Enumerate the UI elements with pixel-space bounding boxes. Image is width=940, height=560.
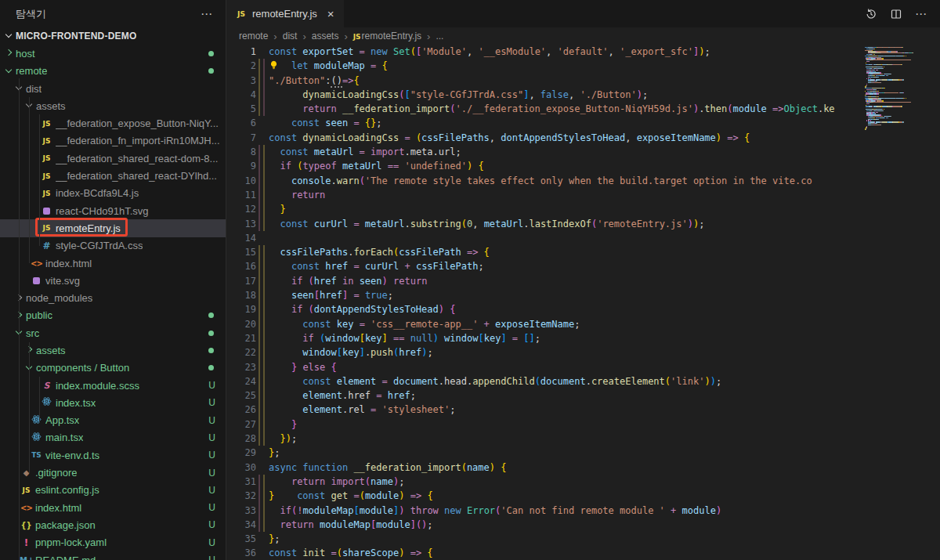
code-line[interactable]: 24 const element = document.head.appendC… [226,374,862,388]
tree-item[interactable]: App.tsxU [0,412,226,429]
line-number: 18 [226,288,256,302]
code-line[interactable]: 17 if (href in seen) return [226,274,862,288]
tree-item[interactable]: JS__federation_shared_react-DYlhd... [0,167,226,184]
code-line[interactable]: 27 } [226,417,862,432]
tree-item[interactable]: dist [0,80,226,97]
file-label: components / Button [36,362,129,374]
breadcrumb-separator: › [302,31,306,42]
code-line[interactable]: 16 const href = curUrl + cssFilePath; [226,259,862,273]
tree-item[interactable]: main.tsxU [0,429,226,446]
line-number: 7 [226,131,256,145]
react-icon [31,414,42,425]
tree-item[interactable]: JS__federation_expose_Button-NiqY... [0,114,226,132]
code-line[interactable]: 11 return [226,188,862,202]
tree-item[interactable]: components / Button [0,359,226,377]
code-line[interactable]: 36const init =(shareScope) => { [226,546,862,560]
react-icon [40,396,53,409]
tree-item[interactable]: ◆.gitignoreU [0,464,226,481]
code-line[interactable]: 10 console.warn('The remote style takes … [226,174,862,188]
breadcrumb-item[interactable]: assets [312,31,339,42]
tree-item[interactable]: assets [0,97,226,114]
more-actions-icon[interactable]: ⋯ [915,7,927,21]
tree-item[interactable]: JS__federation_fn_import-iRn10MJH... [0,132,226,150]
untracked-badge: U [208,502,215,513]
file-label: index.tsx [56,397,96,409]
tree-item[interactable]: {}package.jsonU [0,516,226,533]
tree-item[interactable]: JSeslint.config.jsU [0,482,226,499]
minimap[interactable] [862,45,940,560]
line-number: 31 [226,475,256,489]
code-line[interactable]: 7const dynamicLoadingCss = (cssFilePaths… [226,131,862,145]
close-icon[interactable]: × [327,7,334,20]
tree-item[interactable]: index.tsxU [0,394,226,411]
code-line[interactable]: 20 const key = 'css__remote-app__' + exp… [226,317,862,331]
tree-item[interactable]: JSindex-BCdfa9L4.js [0,185,226,202]
tree-item[interactable]: <>index.html [0,255,226,272]
tree-item[interactable]: react-CHdo91hT.svg [0,202,226,219]
code-line[interactable]: 28 }); [226,432,862,446]
code-line[interactable]: 3"./Button":()=>{ [226,74,862,88]
tree-item[interactable]: vite.svg [0,272,226,289]
code-line[interactable]: 33 if(!moduleMap[module]) throw new Erro… [226,504,862,518]
tree-root-item[interactable]: MICRO-FRONTEND-DEMO [0,27,226,45]
code-line[interactable]: 13 const curUrl = metaUrl.substring(0, m… [226,217,862,231]
breadcrumb-item[interactable]: dist [283,31,298,42]
tree-item[interactable]: assets [0,341,226,359]
tree-item[interactable]: JSremoteEntry.js [0,219,226,237]
tree-item[interactable]: src [0,324,226,341]
code-line[interactable]: 14 [226,231,862,245]
code-line[interactable]: 26 element.rel = 'stylesheet'; [226,403,862,417]
code-line[interactable]: 25 element.href = href; [226,388,862,403]
untracked-badge: U [208,415,215,426]
tree-item[interactable]: JS__federation_shared_react-dom-8... [0,150,226,167]
tree-item[interactable]: Sindex.module.scssU [0,377,226,394]
breadcrumb-item[interactable]: ... [436,31,443,42]
tree-item[interactable]: !pnpm-lock.yamlU [0,534,226,551]
tab-remoteentry[interactable]: JS remoteEntry.js × [226,0,344,27]
code-line[interactable]: 18 seen[href] = true; [226,288,862,302]
code-line[interactable]: 34 return moduleMap[module](); [226,518,862,532]
code-line[interactable]: 31 return import(name); [226,475,862,489]
tree-item[interactable]: public [0,307,226,324]
code-line[interactable]: 32} const get =(module) => { [226,489,862,503]
history-icon[interactable] [865,8,877,20]
code-line[interactable]: 22 window[key].push(href); [226,345,862,359]
code-line[interactable]: 35}; [226,532,862,546]
tree-item[interactable]: TSvite-env.d.tsU [0,446,226,464]
breadcrumb-label: dist [283,31,298,42]
code-line[interactable]: 21 if (window[key] == null) window[key] … [226,331,862,345]
code-line-text: const init =(shareScope) => { [269,546,433,560]
code-line[interactable]: 9 if (typeof metaUrl == 'undefined') { [226,159,862,173]
lightbulb-icon[interactable] [269,60,279,74]
tree-item[interactable]: host [0,45,226,62]
gutter-decoration [256,231,269,245]
file-tree: MICRO-FRONTEND-DEMO hostremotedistassets… [0,27,226,560]
tree-item[interactable]: #style-CGfJTrdA.css [0,237,226,255]
split-editor-icon[interactable] [890,8,902,20]
code-line[interactable]: 30async function __federation_import(nam… [226,461,862,475]
code-line[interactable]: 12 } [226,202,862,216]
code-line[interactable]: 29}; [226,446,862,460]
tree-item[interactable]: node_modules [0,289,226,306]
more-actions-icon[interactable]: ⋯ [201,7,213,21]
line-number: 1 [226,45,256,59]
breadcrumb-item[interactable]: remote [239,31,268,42]
file-label: .gitignore [35,467,77,479]
code-editor[interactable]: 1const exportSet = new Set(['Module', '_… [226,45,862,560]
tree-item[interactable]: remote [0,63,226,80]
code-line[interactable]: 1const exportSet = new Set(['Module', '_… [226,45,862,59]
code-line[interactable]: 6 const seen = {}; [226,116,862,130]
code-line[interactable]: 5 return __federation_import('./__federa… [226,102,862,116]
code-line[interactable]: 8 const metaUrl = import.meta.url; [226,145,862,159]
gutter-decoration [256,461,269,475]
code-line-text: const exportSet = new Set(['Module', '__… [269,45,710,59]
code-line[interactable]: 23 } else { [226,360,862,374]
code-line[interactable]: 15 cssFilePaths.forEach(cssFilePath => { [226,245,862,259]
tree-item[interactable]: <>index.htmlU [0,499,226,516]
code-line[interactable]: 2 let moduleMap = { [226,59,862,73]
code-line[interactable]: 4 dynamicLoadingCss(["style-CGfJTrdA.css… [226,88,862,102]
breadcrumb-item[interactable]: JSremoteEntry.js [353,31,421,42]
tree-item[interactable]: M↓README.mdU [0,551,226,560]
code-line[interactable]: 19 if (dontAppendStylesToHead) { [226,302,862,316]
chevron-down-icon [3,31,14,42]
